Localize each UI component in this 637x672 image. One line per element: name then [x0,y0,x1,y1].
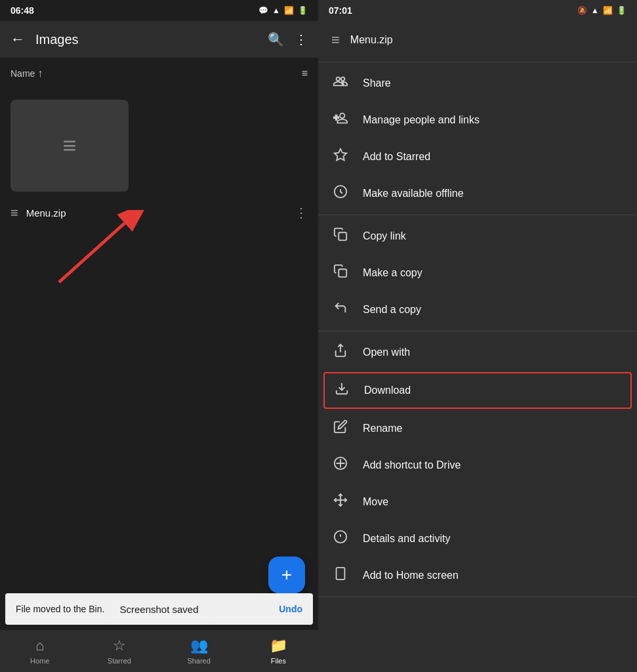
search-button[interactable]: 🔍 [268,32,284,47]
move-icon [331,493,350,511]
menu-item-offline[interactable]: Make available offline [318,175,637,212]
undo-button[interactable]: Undo [279,604,302,614]
menu-item-move[interactable]: Move [318,484,637,520]
screenshot-text: Screenshot saved [119,604,198,615]
file-list-item[interactable]: ≡ Menu.zip ⋮ [10,200,308,226]
open-with-label: Open with [363,346,410,358]
whatsapp-icon: 💬 [258,6,268,15]
screenshot-pill: Screenshot saved [104,597,214,622]
more-options-button[interactable]: ⋮ [295,32,308,47]
left-panel: 06:48 💬 ▲ 📶 🔋 ← Images 🔍 ⋮ Name ↑ ≡ ≡ ≡ … [0,0,318,672]
manage-people-label: Manage people and links [363,114,480,126]
copy-link-label: Copy link [363,230,406,242]
download-label: Download [364,385,411,396]
copy-link-icon [331,227,350,245]
add-shortcut-label: Add shortcut to Drive [363,459,461,471]
wifi-icon-right: ▲ [591,6,599,15]
home-screen-icon [331,566,350,585]
menu-item-add-shortcut[interactable]: Add shortcut to Drive [318,447,637,484]
fab-plus-icon: + [281,564,292,585]
top-bar-actions: 🔍 ⋮ [268,32,308,47]
svg-rect-13 [337,568,345,579]
battery-icon-right: 🔋 [617,6,627,15]
star-icon [331,148,350,166]
rename-label: Rename [363,423,402,434]
nav-item-starred[interactable]: ☆ Starred [79,637,159,665]
svg-rect-4 [339,269,346,277]
file-name: Menu.zip [26,207,287,219]
snackbar-text: File moved to the Bin. [16,604,104,614]
file-thumb-icon: ≡ [62,132,76,159]
bottom-nav: ⌂ Home ☆ Starred 👥 Shared 📁 Files [0,630,318,672]
add-shortcut-icon [331,456,350,474]
status-bar-right: 07:01 🔕 ▲ 📶 🔋 [318,0,637,21]
manage-people-icon [331,111,350,129]
files-nav-icon: 📁 [270,637,287,654]
svg-rect-3 [339,232,346,240]
nav-item-files[interactable]: 📁 Files [239,637,318,665]
file-icon: ≡ [10,205,18,220]
grid-list-toggle[interactable]: ≡ [302,68,308,79]
menu-item-manage-people[interactable]: Manage people and links [318,102,637,138]
page-title-left: Images [35,32,257,47]
offline-label: Make available offline [363,188,464,200]
send-copy-label: Send a copy [363,304,421,316]
divider-top [318,62,637,62]
nav-item-shared[interactable]: 👥 Shared [159,637,239,665]
nav-item-home[interactable]: ⌂ Home [0,637,79,665]
download-icon [333,381,351,400]
time-right: 07:01 [329,5,352,16]
share-icon [331,74,350,93]
menu-item-add-starred[interactable]: Add to Starred [318,138,637,175]
signal-icon-right: 📶 [603,6,613,15]
menu-item-details[interactable]: Details and activity [318,520,637,557]
divider-2 [318,331,637,331]
menu-file-name: Menu.zip [350,34,393,46]
files-nav-label: Files [271,657,286,665]
status-bar-left: 06:48 💬 ▲ 📶 🔋 [0,0,318,21]
back-button[interactable]: ← [10,31,25,48]
menu-item-rename[interactable]: Rename [318,410,637,447]
home-nav-label: Home [30,657,49,665]
fab-add-button[interactable]: + [268,556,305,593]
menu-item-copy-link[interactable]: Copy link [318,218,637,255]
status-icons-left: 💬 ▲ 📶 🔋 [258,6,308,15]
share-label: Share [363,77,391,89]
menu-item-send-copy[interactable]: Send a copy [318,291,637,328]
top-bar-left: ← Images 🔍 ⋮ [0,21,318,58]
file-more-button[interactable]: ⋮ [295,205,308,220]
details-icon [331,530,350,548]
shared-nav-icon: 👥 [190,637,208,654]
starred-nav-icon: ☆ [113,637,126,654]
wifi-icon: ▲ [272,6,280,15]
sort-label[interactable]: Name [10,68,35,79]
menu-item-download[interactable]: Download [323,372,632,409]
menu-item-open-with[interactable]: Open with [318,334,637,371]
send-copy-icon [331,301,350,319]
menu-file-icon: ≡ [331,32,340,49]
home-nav-icon: ⌂ [35,637,44,654]
sort-bar: Name ↑ ≡ [0,58,318,89]
menu-item-make-copy[interactable]: Make a copy [318,255,637,291]
offline-icon [331,184,350,203]
rename-icon [331,419,350,438]
make-copy-icon [331,264,350,282]
details-label: Details and activity [363,533,450,545]
file-thumbnail[interactable]: ≡ [10,100,129,192]
menu-header: ≡ Menu.zip [318,21,637,59]
menu-item-add-home[interactable]: Add to Home screen [318,557,637,594]
starred-nav-label: Starred [108,657,131,665]
mute-icon: 🔕 [577,6,587,15]
shared-nav-label: Shared [187,657,210,665]
time-left: 06:48 [10,5,34,16]
add-home-label: Add to Home screen [363,570,459,581]
status-icons-right: 🔕 ▲ 📶 🔋 [577,6,627,15]
file-grid: ≡ ≡ Menu.zip ⋮ [0,89,318,630]
make-copy-label: Make a copy [363,267,422,279]
signal-icon: 📶 [284,6,294,15]
move-label: Move [363,496,388,508]
battery-icon: 🔋 [298,6,308,15]
menu-item-share[interactable]: Share [318,65,637,102]
divider-1 [318,215,637,215]
divider-bottom [318,597,637,597]
